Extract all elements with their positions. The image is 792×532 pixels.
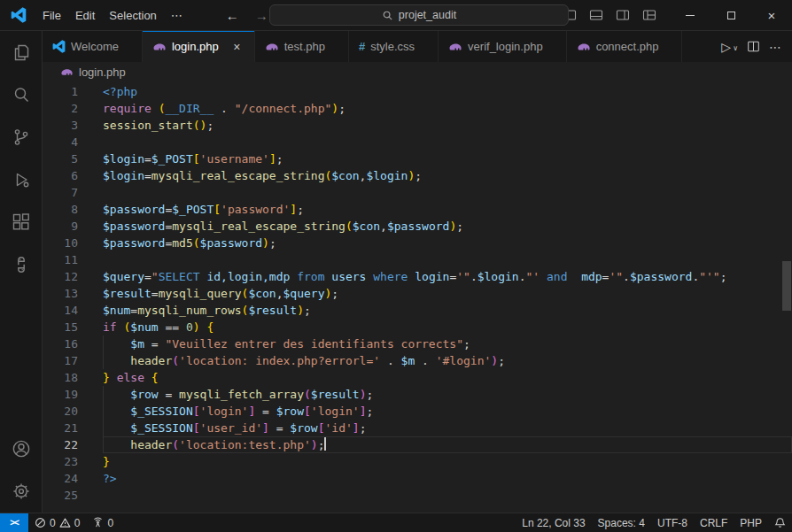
tab-verif-login-php[interactable]: verif_login.php: [439, 31, 567, 62]
line-number[interactable]: 4: [43, 134, 78, 150]
more-actions-button[interactable]: ⋯: [769, 40, 781, 54]
menu-selection[interactable]: Selection: [102, 6, 163, 25]
forward-button[interactable]: →: [255, 8, 268, 23]
line-number[interactable]: 3: [43, 117, 78, 134]
run-debug-icon: [11, 169, 32, 190]
activity-extensions[interactable]: [0, 201, 43, 243]
code-line[interactable]: [103, 251, 792, 268]
line-number[interactable]: 9: [43, 218, 78, 235]
tab-welcome[interactable]: Welcome: [43, 31, 143, 62]
activity-settings[interactable]: [0, 470, 43, 513]
code-line[interactable]: [103, 134, 792, 150]
maximize-button[interactable]: [710, 0, 751, 31]
minimize-button[interactable]: [670, 0, 710, 31]
code-line[interactable]: } else {: [103, 369, 792, 386]
line-number[interactable]: 16: [43, 335, 78, 352]
ports-count: 0: [107, 517, 113, 529]
code-line[interactable]: $m = "Veuillez entrer des identifiants c…: [103, 335, 792, 352]
cursor-position-button[interactable]: Ln 22, Col 33: [516, 513, 591, 532]
code-line[interactable]: $query="SELECT id,login,mdp from users w…: [103, 268, 792, 285]
breadcrumb-file[interactable]: login.php: [79, 66, 126, 79]
code-line[interactable]: $password=md5($password);: [103, 235, 792, 251]
code-line[interactable]: $login=mysqli_real_escape_string($con,$l…: [103, 167, 792, 184]
line-number[interactable]: 18: [43, 369, 78, 386]
code-line[interactable]: }: [103, 453, 792, 470]
close-tab-icon[interactable]: ×: [229, 39, 245, 54]
toggle-secondary-sidebar-button[interactable]: [611, 4, 634, 26]
line-number[interactable]: 22: [43, 436, 78, 453]
code-line[interactable]: [103, 487, 792, 504]
line-number[interactable]: 10: [43, 235, 78, 251]
titlebar-right: ×: [558, 0, 792, 30]
tab-style-css[interactable]: # style.css: [349, 31, 439, 62]
run-button[interactable]: ▷ ∨: [721, 40, 738, 54]
indentation-button[interactable]: Spaces: 4: [592, 513, 651, 532]
close-window-button[interactable]: ×: [751, 0, 792, 31]
code-line[interactable]: header('location: index.php?errorl=' . $…: [103, 352, 792, 369]
back-button[interactable]: ←: [226, 8, 239, 23]
menu-file[interactable]: File: [35, 6, 68, 25]
code-line[interactable]: $password=$_POST['password'];: [103, 201, 792, 218]
code-line[interactable]: session_start();: [103, 117, 792, 134]
activity-python[interactable]: [0, 243, 43, 286]
code-line[interactable]: $_SESSION['login'] = $row['login'];: [103, 403, 792, 420]
problems-button[interactable]: 0 0: [28, 513, 86, 532]
line-number[interactable]: 21: [43, 420, 78, 436]
line-number[interactable]: 20: [43, 403, 78, 420]
split-editor-button[interactable]: [747, 40, 760, 53]
code-line[interactable]: header('location:test.php');: [103, 436, 792, 453]
toggle-panel-button[interactable]: [585, 4, 608, 26]
menu-overflow-button[interactable]: ⋯: [164, 6, 190, 25]
menu-edit[interactable]: Edit: [68, 6, 102, 25]
line-number[interactable]: 7: [43, 184, 78, 201]
code-line[interactable]: $num=mysqli_num_rows($result);: [103, 302, 792, 319]
language-mode-button[interactable]: PHP: [734, 513, 768, 532]
code-line[interactable]: $_SESSION['user_id'] = $row['id'];: [103, 420, 792, 436]
line-number[interactable]: 19: [43, 386, 78, 403]
scrollbar-thumb[interactable]: [782, 261, 791, 311]
code-line[interactable]: if ($num == 0) {: [103, 319, 792, 335]
search-box[interactable]: projet_audit: [269, 4, 569, 26]
activity-search[interactable]: [0, 73, 43, 116]
status-bar: >< 0 0 0 Ln 22, Col 33 Spaces: 4 UTF-8 C…: [0, 513, 792, 532]
tab-login-php[interactable]: login.php ×: [143, 31, 255, 62]
eol-button[interactable]: CRLF: [694, 513, 734, 532]
tab-label: test.php: [284, 40, 325, 53]
tab-connect-php[interactable]: connect.php: [567, 31, 683, 62]
encoding-button[interactable]: UTF-8: [651, 513, 694, 532]
breadcrumb[interactable]: login.php: [43, 62, 792, 81]
line-number[interactable]: 14: [43, 302, 78, 319]
line-number[interactable]: 6: [43, 167, 78, 184]
notifications-button[interactable]: [768, 513, 792, 532]
code-editor[interactable]: 1234567891011121314151617181920212223242…: [43, 81, 792, 513]
code-line[interactable]: ?>: [103, 470, 792, 487]
activity-accounts[interactable]: [0, 428, 43, 470]
remote-indicator[interactable]: ><: [0, 513, 28, 532]
activity-explorer[interactable]: [0, 31, 43, 73]
line-number[interactable]: 11: [43, 251, 78, 268]
line-number[interactable]: 25: [43, 487, 78, 504]
activity-run-debug[interactable]: [0, 158, 43, 201]
line-number[interactable]: 23: [43, 453, 78, 470]
code-line[interactable]: $login=$_POST['username'];: [103, 150, 792, 167]
customize-layout-button[interactable]: [638, 4, 661, 26]
code-line[interactable]: [103, 184, 792, 201]
line-number[interactable]: 15: [43, 319, 78, 335]
line-number[interactable]: 17: [43, 352, 78, 369]
line-number[interactable]: 1: [43, 83, 78, 100]
code-line[interactable]: $row = mysqli_fetch_array($result);: [103, 386, 792, 403]
line-number[interactable]: 5: [43, 150, 78, 167]
code-line[interactable]: require (__DIR__ . "/connect.php");: [103, 100, 792, 117]
tab-test-php[interactable]: test.php: [255, 31, 349, 62]
line-number[interactable]: 24: [43, 470, 78, 487]
code-line[interactable]: $result=mysqli_query($con,$query);: [103, 285, 792, 302]
line-number[interactable]: 8: [43, 201, 78, 218]
tab-label: style.css: [370, 40, 415, 53]
line-number[interactable]: 2: [43, 100, 78, 117]
code-line[interactable]: <?php: [103, 83, 792, 100]
code-line[interactable]: $password=mysqli_real_escape_string($con…: [103, 218, 792, 235]
ports-button[interactable]: 0: [86, 513, 120, 532]
activity-source-control[interactable]: [0, 116, 43, 158]
line-number[interactable]: 13: [43, 285, 78, 302]
line-number[interactable]: 12: [43, 268, 78, 285]
